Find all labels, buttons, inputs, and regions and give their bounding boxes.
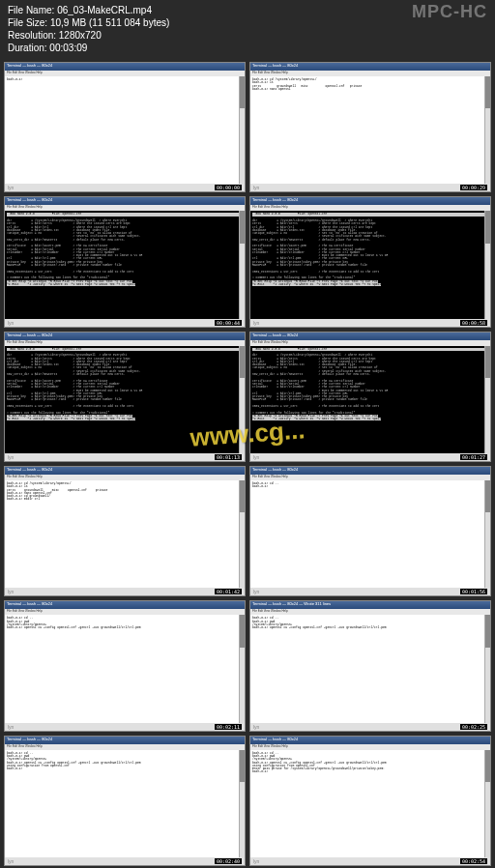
window-titlebar: Terminal — bash — 80x24: [250, 197, 490, 205]
thumbnail-2[interactable]: Terminal — bash — 80x24File Edit View Wi…: [4, 196, 246, 327]
nano-footer: ^G Get Help ^O WriteOut ^R Read File ^Y …: [7, 415, 135, 420]
thumbnail-8[interactable]: Terminal — bash — 80x24File Edit View Wi…: [4, 600, 246, 731]
scrollbar-thumb[interactable]: [240, 480, 245, 512]
scrollbar[interactable]: [484, 211, 490, 318]
window-titlebar: Terminal — bash — 80x24: [5, 63, 245, 71]
thumbnail-3[interactable]: Terminal — bash — 80x24File Edit View Wi…: [249, 196, 491, 327]
scrollbar-thumb[interactable]: [240, 750, 245, 782]
scrollbar[interactable]: [239, 76, 245, 184]
nano-titlebar: GNU nano 2.0.6 File: openssl.cnf: [252, 213, 488, 216]
thumbnail-footer: lyn00:02:25: [250, 723, 490, 731]
terminal-content: GNU nano 2.0.6 File: openssl.cnf dir = /…: [5, 346, 245, 453]
scrollbar-thumb[interactable]: [485, 76, 490, 108]
terminal-content: bash-3.2# cd .. bash-3.2#: [250, 480, 490, 588]
brand-label: lyn: [253, 724, 259, 730]
scrollbar[interactable]: [484, 346, 490, 453]
scrollbar[interactable]: [484, 480, 490, 588]
nano-body: dir = /System/Library/OpenSSL/groundswel…: [252, 354, 388, 414]
filesize-label: File Size:: [8, 17, 47, 28]
nano-body: dir = /System/Library/OpenSSL/groundswel…: [7, 219, 142, 279]
window-titlebar: Terminal — bash — 80x24: [5, 197, 245, 205]
terminal-content: GNU nano 2.0.6 File: openssl.cnf dir = /…: [5, 211, 245, 318]
brand-label: lyn: [8, 185, 14, 190]
scrollbar-thumb[interactable]: [240, 346, 245, 378]
filename-value: 06_03-MakeCRL.mp4: [57, 5, 152, 15]
timestamp: 00:00:29: [460, 185, 487, 190]
brand-label: lyn: [253, 454, 259, 460]
scrollbar[interactable]: [239, 750, 245, 857]
scrollbar-thumb[interactable]: [485, 346, 490, 378]
scrollbar[interactable]: [484, 76, 490, 184]
thumbnail-footer: lyn00:02:11: [5, 723, 245, 731]
thumbnail-0[interactable]: Terminal — bash — 80x24File Edit View Wi…: [4, 62, 246, 192]
brand-label: lyn: [253, 320, 259, 326]
scrollbar[interactable]: [239, 615, 245, 722]
thumbnail-footer: lyn00:01:56: [250, 588, 490, 595]
scrollbar-thumb[interactable]: [240, 76, 245, 108]
brand-label: lyn: [253, 589, 259, 594]
thumbnail-footer: lyn00:00:58: [250, 319, 490, 327]
thumbnail-footer: lyn00:01:27: [250, 453, 490, 461]
timestamp: 00:01:13: [215, 454, 242, 460]
terminal-content: GNU nano 2.0.6 File: openssl.cnf dir = /…: [250, 211, 490, 318]
thumbnail-7[interactable]: Terminal — bash — 80x24File Edit View Wi…: [249, 466, 491, 596]
thumbnail-10[interactable]: Terminal — bash — 80x24File Edit View Wi…: [4, 736, 246, 866]
filename-label: File Name:: [8, 5, 54, 15]
timestamp: 00:02:25: [460, 724, 487, 730]
thumbnail-9[interactable]: Terminal — bash — 80x24 — Wrote 311 line…: [249, 600, 491, 731]
window-titlebar: Terminal — bash — 80x24: [5, 601, 245, 609]
scrollbar-thumb[interactable]: [240, 211, 245, 243]
thumbnail-footer: lyn00:00:00: [5, 184, 245, 191]
timestamp: 00:00:44: [215, 320, 242, 326]
thumbnail-1[interactable]: Terminal — bash — 80x24File Edit View Wi…: [249, 62, 491, 192]
filesize-value: 10,9 MB (11 511 084 bytes): [50, 17, 169, 28]
thumbnail-footer: lyn00:02:40: [5, 857, 245, 865]
scrollbar[interactable]: [239, 211, 245, 318]
scrollbar-thumb[interactable]: [485, 615, 490, 647]
thumbnail-6[interactable]: Terminal — bash — 80x24File Edit View Wi…: [4, 466, 246, 596]
window-titlebar: Terminal — bash — 80x24: [5, 467, 245, 475]
window-titlebar: Terminal — bash — 80x24: [250, 63, 490, 71]
resolution-value: 1280x720: [59, 30, 102, 41]
thumbnail-footer: lyn00:01:42: [5, 588, 245, 595]
brand-label: lyn: [8, 589, 14, 594]
timestamp: 00:01:27: [460, 454, 487, 460]
window-titlebar: Terminal — bash — 80x24: [5, 333, 245, 340]
nano-footer: ^G Get Help ^O WriteOut ^R Read File ^Y …: [252, 415, 381, 420]
nano-titlebar: GNU nano 2.0.6 File: openssl.cnf: [7, 348, 243, 351]
scrollbar-thumb[interactable]: [485, 480, 490, 512]
scrollbar[interactable]: [239, 346, 245, 453]
brand-label: lyn: [253, 858, 259, 864]
brand-label: lyn: [8, 724, 14, 730]
scrollbar-thumb[interactable]: [485, 750, 490, 782]
timestamp: 00:00:58: [460, 320, 487, 326]
terminal-content: bash-3.2# cd .. bash-3.2# pwd /System/Li…: [5, 750, 245, 857]
timestamp: 00:01:42: [215, 589, 242, 594]
scrollbar-thumb[interactable]: [240, 615, 245, 647]
thumbnail-5[interactable]: Terminal — bash — 80x24File Edit View Wi…: [249, 332, 491, 462]
nano-titlebar: GNU nano 2.0.6 File: openssl.cnf: [7, 213, 243, 216]
nano-body: dir = /System/Library/OpenSSL/groundswel…: [7, 354, 142, 414]
scrollbar[interactable]: [239, 480, 245, 588]
thumbnail-footer: lyn00:00:44: [5, 319, 245, 327]
nano-footer: ^G Get Help ^O WriteOut ^R Read File ^Y …: [7, 280, 135, 286]
terminal-content: bash-3.2# cd .. bash-3.2# pwd /System/Li…: [5, 615, 245, 722]
scrollbar[interactable]: [484, 615, 490, 722]
thumbnail-grid: Terminal — bash — 80x24File Edit View Wi…: [0, 58, 495, 868]
thumbnail-11[interactable]: Terminal — bash — 80x24File Edit View Wi…: [249, 736, 491, 866]
scrollbar-thumb[interactable]: [485, 211, 490, 243]
window-titlebar: Terminal — bash — 80x24: [5, 737, 245, 744]
thumbnail-4[interactable]: Terminal — bash — 80x24File Edit View Wi…: [4, 332, 246, 462]
window-titlebar: Terminal — bash — 80x24: [250, 737, 490, 744]
brand-label: lyn: [8, 454, 14, 460]
window-titlebar: Terminal — bash — 80x24: [250, 467, 490, 475]
terminal-content: bash-3.2# cd /System/Library/OpenSSL/ ba…: [250, 76, 490, 184]
player-logo: MPC-HC: [412, 2, 487, 22]
timestamp: 00:02:40: [215, 858, 242, 864]
nano-footer: ^G Get Help ^O WriteOut ^R Read File ^Y …: [252, 280, 381, 286]
thumbnail-footer: lyn00:02:54: [250, 857, 490, 865]
scrollbar[interactable]: [484, 750, 490, 857]
timestamp: 00:00:00: [215, 185, 242, 190]
brand-label: lyn: [8, 858, 14, 864]
timestamp: 00:02:54: [460, 858, 487, 864]
